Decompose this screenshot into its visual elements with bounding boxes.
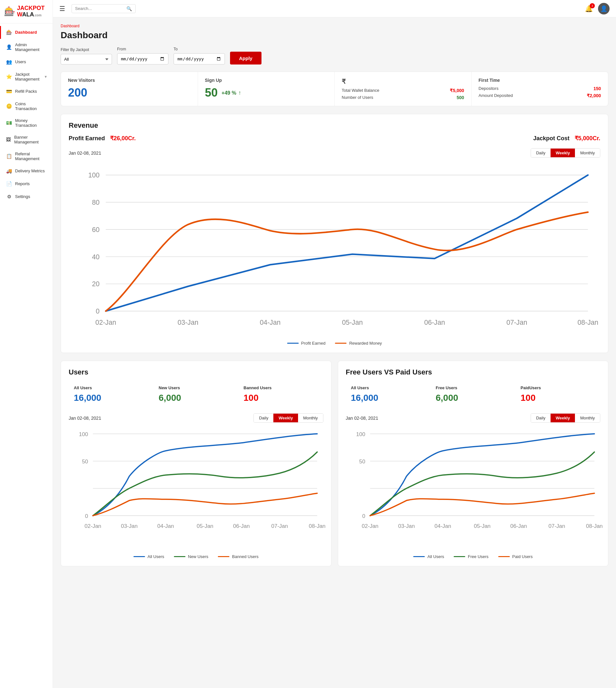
paid-users-stat: PaidUsers 100 [515, 382, 600, 407]
sidebar-item-refill[interactable]: 💳 Refill Packs [0, 85, 52, 98]
free-paid-section: Free Users VS Paid Users All Users 16,00… [338, 361, 609, 566]
sidebar-item-admin[interactable]: 👤 Admin Management [0, 39, 52, 56]
new-visitors-card: New Visitors 200 [61, 72, 198, 106]
wallet-rows: Total Wallet Balance ₹5,000 Number of Us… [342, 88, 464, 100]
svg-text:07-Jan: 07-Jan [271, 523, 288, 529]
wallet-balance-value: ₹5,000 [450, 88, 464, 93]
fp-chart-header: Jan 02-08, 2021 Daily Weekly Monthly [346, 413, 600, 423]
sidebar-item-money[interactable]: 💵 Money Transaction [0, 114, 52, 131]
notification-bell[interactable]: 🔔 3 [585, 5, 593, 13]
wallet-users-value: 500 [457, 95, 464, 100]
all-users-value: 16,000 [74, 393, 149, 403]
fp-period-buttons: Daily Weekly Monthly [531, 413, 600, 423]
logo: 🎰 JACKPOTWALA.com [0, 0, 52, 23]
revenue-monthly-btn[interactable]: Monthly [575, 149, 600, 157]
svg-text:80: 80 [92, 199, 100, 206]
new-users-stat: New Users 6,000 [154, 382, 239, 407]
hamburger-icon[interactable]: ☰ [59, 5, 65, 13]
legend-profit-line [287, 343, 299, 344]
rupee-header: ₹ [342, 78, 464, 85]
revenue-period-buttons: Daily Weekly Monthly [531, 148, 600, 157]
sidebar-item-referral[interactable]: 📋 Referral Management [0, 148, 52, 165]
revenue-chart-date: Jan 02-08, 2021 [69, 150, 101, 156]
sign-up-change: +49 % ↑ [222, 89, 241, 96]
fp-legend-free-label: Free Users [468, 554, 488, 559]
free-paid-stats-row: All Users 16,000 Free Users 6,000 PaidUs… [346, 382, 600, 407]
revenue-daily-btn[interactable]: Daily [531, 149, 551, 157]
sidebar-item-label: Delivery Metrics [15, 169, 45, 173]
jackpot-cost-label: Jackpot Cost [533, 135, 570, 142]
two-col-section: Users All Users 16,000 New Users 6,000 B… [61, 361, 608, 566]
revenue-chart-header: Jan 02-08, 2021 Daily Weekly Monthly [69, 148, 600, 157]
users-weekly-btn[interactable]: Weekly [273, 414, 298, 422]
apply-button[interactable]: Apply [230, 52, 262, 64]
users-chart-date: Jan 02-08, 2021 [69, 415, 101, 421]
profit-item: Profit Earned ₹26,00Cr. [69, 135, 136, 142]
money-icon: 💵 [6, 120, 12, 126]
users-chart-wrap: 100 50 0 02-Jan 03-Jan 04-Jan 05-Jan 06-… [69, 428, 324, 559]
svg-text:40: 40 [92, 253, 100, 261]
sidebar-item-users[interactable]: 👥 Users [0, 56, 52, 68]
first-time-rows: Depositors 150 Amount Deposited ₹2,000 [479, 86, 601, 98]
svg-text:0: 0 [96, 307, 100, 315]
avatar[interactable]: 👤 [598, 3, 610, 15]
users-monthly-btn[interactable]: Monthly [298, 414, 323, 422]
svg-text:02-Jan: 02-Jan [361, 523, 378, 529]
filter-to-input[interactable] [174, 53, 225, 64]
sidebar-item-dashboard[interactable]: 🎰 Dashboard [0, 26, 52, 39]
admin-icon: 👤 [6, 44, 12, 50]
all-users-stat: All Users 16,000 [69, 382, 154, 407]
banner-icon: 🖼 [6, 137, 11, 142]
svg-text:06-Jan: 06-Jan [233, 523, 249, 529]
sidebar-item-reports[interactable]: 📄 Reports [0, 177, 52, 190]
wallet-card: ₹ Total Wallet Balance ₹5,000 Number of … [335, 72, 471, 106]
banned-users-label: Banned Users [243, 385, 318, 390]
svg-text:100: 100 [356, 432, 365, 438]
fp-daily-btn[interactable]: Daily [531, 414, 551, 422]
search-box: 🔍 [71, 4, 136, 13]
users-chart-header: Jan 02-08, 2021 Daily Weekly Monthly [69, 413, 324, 423]
sidebar-item-label: Banner Management [14, 135, 47, 144]
new-visitors-title: New Visitors [68, 78, 191, 83]
search-input[interactable] [75, 6, 126, 11]
search-icon[interactable]: 🔍 [126, 6, 132, 11]
fp-weekly-btn[interactable]: Weekly [551, 414, 575, 422]
sidebar-item-settings[interactable]: ⚙ Settings [0, 190, 52, 203]
sidebar-item-coins[interactable]: 🪙 Coins Transaction [0, 98, 52, 114]
legend-new-users: New Users [174, 554, 208, 559]
first-time-title: First Time [479, 78, 601, 83]
sidebar-item-banner[interactable]: 🖼 Banner Management [0, 131, 52, 148]
svg-text:0: 0 [362, 513, 365, 519]
svg-text:08-Jan: 08-Jan [586, 523, 602, 529]
users-section: Users All Users 16,000 New Users 6,000 B… [61, 361, 331, 566]
legend-banned-users: Banned Users [218, 554, 258, 559]
filter-to-group: To [174, 47, 225, 64]
referral-icon: 📋 [6, 153, 12, 159]
fp-legend-all: All Users [413, 554, 444, 559]
users-chart: 100 50 0 02-Jan 03-Jan 04-Jan 05-Jan 06-… [69, 428, 324, 549]
fp-all-users-value: 16,000 [351, 393, 426, 403]
fp-chart-date: Jan 02-08, 2021 [346, 415, 378, 421]
filter-jackpot-select[interactable]: All [61, 54, 112, 64]
svg-text:02-Jan: 02-Jan [95, 319, 116, 326]
legend-new-users-label: New Users [188, 554, 208, 559]
svg-text:60: 60 [92, 226, 100, 233]
page-title: Dashboard [61, 30, 608, 40]
banned-users-value: 100 [243, 393, 318, 403]
fp-legend-paid-label: Paid Users [512, 554, 533, 559]
legend-rewarded: Rewarded Money [335, 341, 382, 346]
filter-bar: Filter By Jackpot All From To Apply [61, 47, 608, 64]
reports-icon: 📄 [6, 181, 12, 187]
fp-monthly-btn[interactable]: Monthly [575, 414, 600, 422]
revenue-weekly-btn[interactable]: Weekly [551, 149, 575, 157]
revenue-row: Profit Earned ₹26,00Cr. Jackpot Cost ₹5,… [69, 135, 600, 142]
legend-all-users-line [133, 556, 145, 557]
fp-legend-all-label: All Users [427, 554, 444, 559]
sidebar-item-jackpot[interactable]: ⭐ Jackpot Management ▼ [0, 68, 52, 85]
jackpot-icon: ⭐ [6, 74, 12, 80]
filter-from-input[interactable] [117, 53, 169, 64]
sidebar-item-delivery[interactable]: 🚚 Delivery Metrics [0, 165, 52, 177]
users-daily-btn[interactable]: Daily [254, 414, 273, 422]
users-title: Users [69, 368, 324, 377]
banned-users-stat: Banned Users 100 [238, 382, 324, 407]
